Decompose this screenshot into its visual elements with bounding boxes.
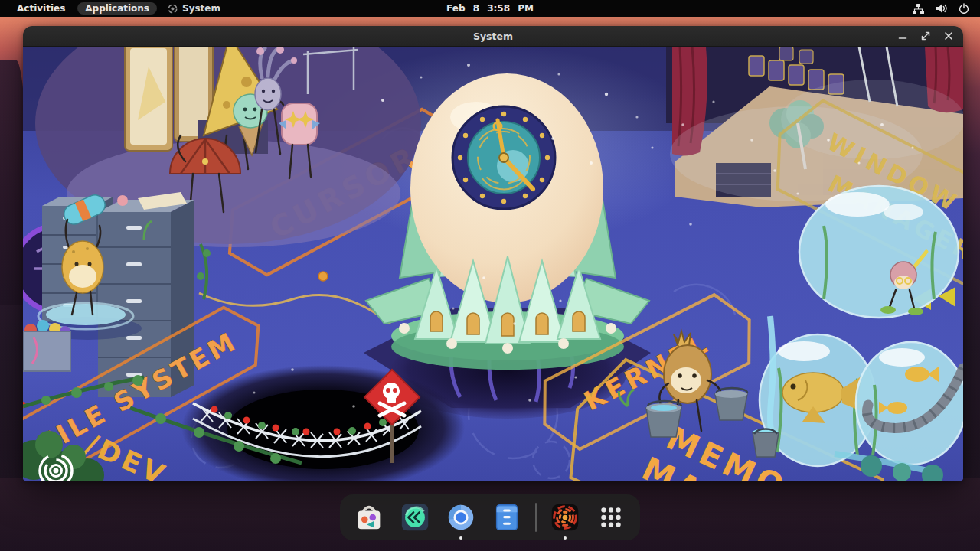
running-indicator <box>459 536 462 540</box>
clock[interactable]: Feb 8 3:58 PM <box>446 3 534 14</box>
power-icon <box>959 3 969 14</box>
dock-item-code-editor[interactable] <box>397 500 433 535</box>
dock-item-system-game[interactable] <box>547 500 583 535</box>
bucket-left <box>646 401 681 437</box>
focused-app-label: System <box>182 3 220 14</box>
applications-menu-button[interactable]: Applications <box>77 2 157 15</box>
bucket-right <box>715 388 747 420</box>
minimize-button[interactable] <box>894 28 911 44</box>
dock-item-file-manager[interactable] <box>489 500 524 535</box>
dash-to-dock <box>340 494 640 540</box>
dome-lower-right <box>856 342 963 465</box>
gnome-top-bar: Activities Applications System Feb 8 3:5… <box>0 0 980 17</box>
close-icon <box>942 30 955 42</box>
window-titlebar[interactable]: System <box>23 26 963 47</box>
network-wired-icon <box>913 4 924 14</box>
system-game-mini-icon <box>168 4 178 14</box>
dock-item-software-store[interactable] <box>351 500 387 535</box>
activities-button[interactable]: Activities <box>9 2 73 15</box>
minimize-icon <box>897 30 909 42</box>
game-scene-canvas[interactable]: CURSOR <box>23 47 963 481</box>
running-indicator <box>564 536 567 540</box>
chromium-icon <box>444 500 478 534</box>
close-button[interactable] <box>940 28 957 44</box>
file-cabinet-icon <box>490 500 524 534</box>
dome-upper <box>799 186 959 318</box>
wallpaper-mountains <box>0 60 26 305</box>
toy-bin <box>23 320 70 371</box>
volume-high-icon <box>936 3 947 14</box>
shopping-bag-icon <box>352 500 386 534</box>
dock-item-app-grid[interactable] <box>593 500 629 535</box>
maximize-button[interactable] <box>917 28 934 44</box>
maximize-icon <box>920 30 932 42</box>
window-title: System <box>473 31 513 42</box>
chevrons-sphere-icon <box>398 500 432 534</box>
dock-item-web-browser[interactable] <box>443 500 479 535</box>
system-status-area[interactable] <box>913 3 980 14</box>
maze-icon <box>548 500 582 534</box>
focused-app-menu[interactable]: System <box>162 2 227 15</box>
apple <box>117 195 128 206</box>
system-game-window: System <box>23 26 963 481</box>
grid-dots-icon <box>594 500 628 534</box>
clock-face <box>452 106 555 209</box>
dock-separator <box>535 503 537 532</box>
